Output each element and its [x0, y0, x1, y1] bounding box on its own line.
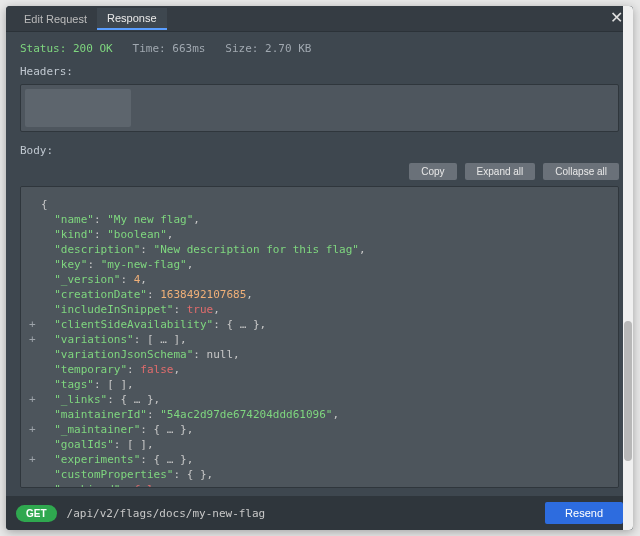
json-body-box[interactable]: { "name": "My new flag", "kind": "boolea…: [20, 186, 619, 488]
size-value: 2.70 KB: [265, 42, 311, 55]
json-line: "description": "New description for this…: [29, 242, 610, 257]
json-line: "maintainerId": "54ac2d97de674204ddd6109…: [29, 407, 610, 422]
json-line: "customProperties": { },: [29, 467, 610, 482]
json-line: + "variations": [ … ],: [29, 332, 610, 347]
response-modal: Edit Request Response ✕ Status: 200 OK T…: [6, 6, 633, 530]
tab-response[interactable]: Response: [97, 8, 167, 30]
headers-box[interactable]: [20, 84, 619, 132]
json-line: "key": "my-new-flag",: [29, 257, 610, 272]
headers-label: Headers:: [20, 65, 619, 78]
method-pill: GET: [16, 505, 57, 522]
time-label: Time:: [119, 42, 165, 55]
size-label: Size:: [212, 42, 258, 55]
footer-bar: GET /api/v2/flags/docs/my-new-flag Resen…: [6, 496, 633, 530]
json-line: "name": "My new flag",: [29, 212, 610, 227]
json-line: + "_maintainer": { … },: [29, 422, 610, 437]
status-line: Status: 200 OK Time: 663ms Size: 2.70 KB: [20, 42, 619, 55]
json-line: "archived": false,: [29, 482, 610, 488]
status-value: 200 OK: [73, 42, 113, 55]
collapse-all-button[interactable]: Collapse all: [543, 163, 619, 180]
request-url: /api/v2/flags/docs/my-new-flag: [67, 507, 546, 520]
status-label: Status:: [20, 42, 66, 55]
json-line: + "experiments": { … },: [29, 452, 610, 467]
tab-bar: Edit Request Response ✕: [6, 6, 633, 32]
json-line: "includeInSnippet": true,: [29, 302, 610, 317]
json-line: {: [29, 197, 610, 212]
time-value: 663ms: [172, 42, 205, 55]
json-line: "variationJsonSchema": null,: [29, 347, 610, 362]
json-line: "kind": "boolean",: [29, 227, 610, 242]
headers-placeholder: [25, 89, 131, 127]
scrollbar-thumb[interactable]: [624, 321, 632, 461]
resend-button[interactable]: Resend: [545, 502, 623, 524]
json-line: "goalIds": [ ],: [29, 437, 610, 452]
body-label: Body:: [20, 144, 619, 157]
content-area: Status: 200 OK Time: 663ms Size: 2.70 KB…: [6, 32, 633, 496]
json-line: "temporary": false,: [29, 362, 610, 377]
tab-edit-request[interactable]: Edit Request: [14, 9, 97, 29]
json-line: "tags": [ ],: [29, 377, 610, 392]
expand-all-button[interactable]: Expand all: [465, 163, 536, 180]
body-toolbar: Copy Expand all Collapse all: [20, 163, 619, 180]
json-line: "creationDate": 1638492107685,: [29, 287, 610, 302]
copy-button[interactable]: Copy: [409, 163, 456, 180]
json-line: + "_links": { … },: [29, 392, 610, 407]
json-line: "_version": 4,: [29, 272, 610, 287]
scrollbar-track[interactable]: [623, 6, 633, 530]
json-line: + "clientSideAvailability": { … },: [29, 317, 610, 332]
